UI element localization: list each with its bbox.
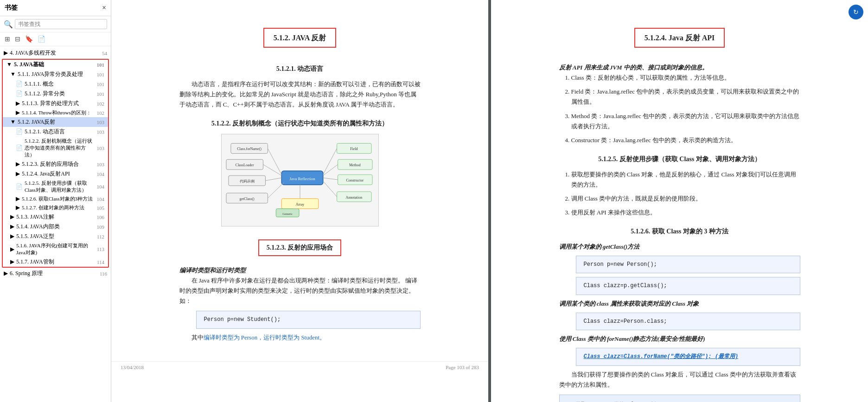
page-icon[interactable]: 📄 — [37, 34, 46, 44]
arrow-icon: ▼ — [10, 71, 16, 78]
list-item-field: Field 类：Java.lang.reflec 包中的类，表示类的成员变量，可… — [571, 87, 800, 107]
svg-text:代码示例: 代码示例 — [239, 179, 254, 183]
doc-icon: 📄 — [16, 183, 23, 190]
sidebar-item-5111[interactable]: 📄 5.1.1.1. 概念 101 — [3, 79, 108, 89]
sidebar-item-5122[interactable]: 📄 5.1.2.2. 反射机制概念（运行状态中知道类所有的属性和方法） 103 — [3, 137, 108, 159]
sidebar-item-5114[interactable]: ▶ 5.1.1.4. Throw和throws的区别： 102 — [3, 108, 108, 117]
collapse-all-icon[interactable]: ⊟ — [14, 34, 21, 44]
arrow-icon: ▶ — [16, 204, 20, 211]
sidebar-item-5121[interactable]: 📄 5.1.2.1. 动态语言 103 — [3, 127, 108, 137]
sidebar-item-5113[interactable]: ▶ 5.1.1.3. 异常的处理方式 102 — [3, 99, 108, 108]
arrow-icon: ▶ — [16, 195, 20, 202]
sidebar-item-4[interactable]: ▶ 4. JAVA多线程开发 54 — [0, 48, 111, 58]
svg-text:Array: Array — [295, 202, 304, 207]
arrow-icon: ▶ — [16, 170, 20, 177]
section-5126-title: 5.1.2.6. 获取 Class 对象的 3 种方法 — [559, 226, 800, 237]
forname-link: Class clazz=Class.forName("类的全路径"); (最常用… — [584, 353, 739, 360]
sidebar-item-label: 5.1.2.6. 获取Class对象的3种方法 — [22, 195, 93, 202]
arrow-icon: ▼ — [10, 119, 16, 126]
reflect-api-intro: 反射 API 用来生成 JVM 中的类、接口或则对象的信息。 — [559, 63, 800, 73]
section-5124-title-wrapper: 5.1.2.4. Java 反射 API — [559, 19, 800, 55]
svg-line-10 — [265, 178, 281, 181]
page-number: 114 — [97, 259, 104, 265]
sidebar-close-button[interactable]: × — [102, 4, 106, 12]
step-3: 使用反射 API 来操作这些信息。 — [571, 207, 800, 218]
arrow-icon: ▶ — [10, 223, 14, 230]
sidebar-section-5: ▼ 5. JAVA基础 101 ▼ 5.1.1. JAVA异常分类及处理 101… — [2, 59, 109, 268]
refresh-icon: ↻ — [853, 8, 859, 16]
arrow-icon: ▶ — [4, 50, 8, 57]
arrow-icon: ▶ — [4, 270, 8, 277]
sidebar-item-label: 5.1.2.7. 创建对象的两种方法 — [22, 204, 84, 211]
list-item-class: Class 类：反射的核心类，可以获取类的属性，方法等信息。 — [571, 73, 800, 83]
svg-line-25 — [323, 181, 337, 197]
svg-text:Method: Method — [349, 163, 360, 167]
section-5123-para2: 其中编译时类型为 Person，运行时类型为 Student。 — [179, 333, 421, 343]
svg-line-13 — [268, 182, 284, 198]
sidebar-tree: ▶ 4. JAVA多线程开发 54 ▼ 5. JAVA基础 101 ▼ 5.1.… — [0, 46, 111, 402]
mindmap-svg: Java Reflection Class.forName() ClassLoa… — [222, 134, 378, 226]
page-number: 101 — [97, 91, 105, 97]
search-input[interactable] — [15, 19, 107, 29]
sidebar-item-5125[interactable]: 📄 5.1.2.5. 反射使用步骤（获取Class对象、调用对象方法） 104 — [3, 179, 108, 195]
method1-label: 调用某个对象的 getClass()方法 — [559, 242, 800, 252]
doc-icon: 📄 — [16, 128, 23, 135]
sidebar-item-label: 5.1.2.5. 反射使用步骤（获取Class对象、调用对象方法） — [25, 180, 95, 194]
code-method3: Class clazz=Class.forName("类的全路径"); (最常用… — [576, 348, 800, 365]
search-icon: 🔍 — [4, 20, 13, 29]
sidebar-item-512[interactable]: ▼ 5.1.2. JAVA反射 103 — [3, 117, 108, 127]
doc-icon: 📄 — [16, 144, 23, 151]
sidebar-item-5124[interactable]: ▶ 5.1.2.4. Java反射API 104 — [3, 169, 108, 179]
sidebar-item-514[interactable]: ▶ 5.1.4. JAVA内部类 109 — [3, 222, 108, 232]
sidebar-item-label: 5.1.2.4. Java反射API — [22, 170, 70, 178]
code-highlight-block: //获取 Person 类的 Class 对象 Class clazz=Clas… — [559, 395, 800, 402]
page-number: 103 — [97, 129, 105, 135]
sidebar-item-515[interactable]: ▶ 5.1.5. JAVA泛型 112 — [3, 232, 108, 241]
sidebar-item-516[interactable]: ▶ 5.1.6. JAVA序列化(创建可复用的Java对象) 113 — [3, 241, 108, 257]
arrow-icon: ▶ — [16, 100, 20, 107]
pdf-page-103: 5.1.2. JAVA 反射 5.1.2.1. 动态语言 动态语言，是指程序在运… — [111, 0, 488, 402]
section-5121-para: 动态语言，是指程序在运行时可以改变其结构：新的函数可以引进，已有的函数可以被删除… — [179, 79, 421, 110]
sidebar-item-5126[interactable]: ▶ 5.1.2.6. 获取Class对象的3种方法 104 — [3, 195, 108, 203]
section-5124-title: 5.1.2.4. Java 反射 API — [634, 28, 725, 48]
expand-all-icon[interactable]: ⊞ — [4, 34, 11, 44]
code-block-1: Person p=new Student(); — [196, 311, 421, 328]
page-number: 101 — [97, 62, 105, 68]
svg-line-4 — [268, 148, 281, 175]
reflect-steps-list: 获取想要操作的类的 Class 对象，他是反射的核心，通过 Class 对象我们… — [571, 170, 800, 218]
section-5125-title: 5.1.2.5. 反射使用步骤（获取 Class 对象、调用对象方法） — [559, 154, 800, 165]
sidebar-item-5123[interactable]: ▶ 5.1.2.3. 反射的应用场合 103 — [3, 159, 108, 169]
sidebar-item-5[interactable]: ▼ 5. JAVA基础 101 — [3, 60, 108, 69]
sidebar-item-517[interactable]: ▶ 5.1.7. JAVA管制 114 — [3, 257, 108, 267]
page-number: 105 — [97, 205, 105, 211]
sidebar-toolbar: ⊞ ⊟ 🔖 📄 — [0, 32, 111, 46]
sidebar-item-6[interactable]: ▶ 6. Spring 原理 116 — [0, 269, 111, 278]
main-content-area: 5.1.2. JAVA 反射 5.1.2.1. 动态语言 动态语言，是指程序在运… — [111, 0, 868, 402]
arrow-icon: ▶ — [10, 233, 14, 240]
arrow-icon: ▶ — [16, 161, 20, 168]
refresh-button[interactable]: ↻ — [849, 5, 863, 19]
list-item-constructor: Constructor 类：Java.lang.reflec 包中的类，表示类的… — [571, 135, 800, 145]
section-5123-title-wrapper: 5.1.2.3. 反射的应用场合 — [179, 231, 421, 261]
sidebar-header: 书签 × — [0, 0, 111, 16]
page-number: 101 — [97, 82, 105, 87]
code-method2: Class clazz=Person.class; — [576, 313, 800, 330]
sidebar-item-5112[interactable]: 📄 5.1.1.2. 异常分类 101 — [3, 89, 108, 99]
sidebar-item-511[interactable]: ▼ 5.1.1. JAVA异常分类及处理 101 — [3, 69, 108, 79]
sidebar-item-label: 4. JAVA多线程开发 — [10, 49, 56, 57]
page-number: 112 — [97, 234, 104, 239]
sidebar-item-label: 5.1.1.1. 概念 — [25, 80, 54, 88]
doc-icon: 📄 — [16, 90, 23, 97]
section-5123-title: 5.1.2.3. 反射的应用场合 — [258, 239, 342, 256]
bookmark-icon[interactable]: 🔖 — [24, 34, 34, 44]
chapter-title: 5.1.2. JAVA 反射 — [263, 28, 337, 48]
code-comment: //获取 Person 类的 Class 对象 — [569, 400, 791, 402]
sidebar-item-513[interactable]: ▶ 5.1.3. JAVA注解 106 — [3, 212, 108, 222]
section-5123-para1: 在 Java 程序中许多对象在运行是都会出现两种类型：编译时类型和运行时类型。 … — [179, 276, 421, 306]
sidebar-title: 书签 — [5, 4, 18, 12]
arrow-icon: ▼ — [6, 61, 12, 68]
page-number: 104 — [97, 196, 105, 202]
doc-icon: 📄 — [16, 81, 23, 88]
svg-text:Generic: Generic — [282, 212, 293, 216]
sidebar-item-5127[interactable]: ▶ 5.1.2.7. 创建对象的两种方法 105 — [3, 203, 108, 212]
